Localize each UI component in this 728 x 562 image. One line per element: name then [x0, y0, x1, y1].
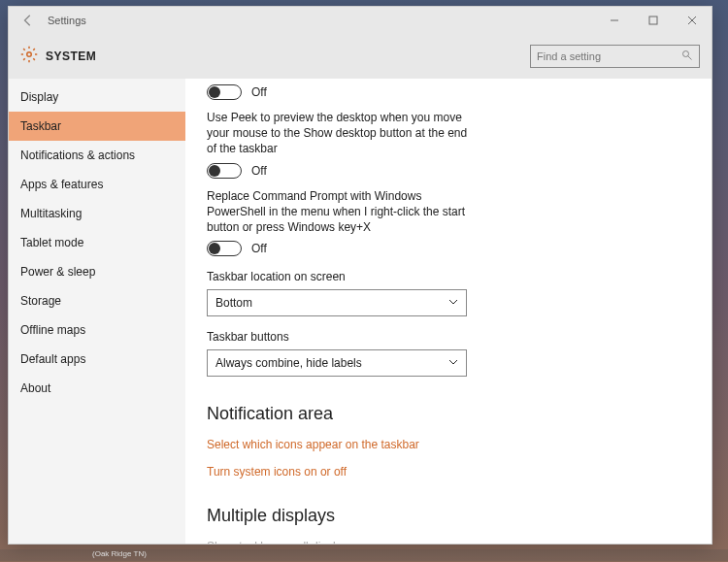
link-system-icons[interactable]: Turn system icons on or off: [207, 465, 690, 479]
settings-window: Settings SYSTEM Display Taskbar Notifica…: [8, 6, 712, 545]
multiple-displays-heading: Multiple displays: [207, 506, 690, 526]
sidebar-item-display[interactable]: Display: [9, 83, 185, 112]
close-button[interactable]: [673, 7, 711, 34]
sidebar-item-taskbar[interactable]: Taskbar: [9, 112, 185, 141]
back-button[interactable]: [15, 7, 42, 34]
sidebar: Display Taskbar Notifications & actions …: [9, 79, 185, 544]
sidebar-item-power[interactable]: Power & sleep: [9, 257, 185, 286]
svg-point-4: [27, 52, 32, 57]
desktop-taskbar-hint: (Oak Ridge TN): [0, 549, 728, 561]
page-category: SYSTEM: [46, 50, 96, 63]
show-all-displays-label: Show taskbar on all displays: [207, 540, 690, 544]
chevron-down-icon: [448, 296, 458, 310]
search-input[interactable]: [537, 50, 681, 62]
minimize-button[interactable]: [595, 7, 634, 34]
svg-rect-1: [649, 17, 657, 24]
chevron-down-icon: [448, 356, 458, 370]
svg-line-6: [688, 56, 692, 60]
toggle-powershell[interactable]: [207, 241, 242, 256]
sidebar-item-offlinemaps[interactable]: Offline maps: [9, 315, 185, 345]
sidebar-item-apps[interactable]: Apps & features: [9, 170, 185, 199]
taskbar-buttons-select[interactable]: Always combine, hide labels: [207, 349, 467, 377]
toggle-state: Off: [251, 164, 267, 178]
titlebar: Settings: [9, 7, 711, 34]
toggle-peek[interactable]: [207, 163, 242, 179]
sidebar-item-about[interactable]: About: [9, 374, 185, 403]
window-controls: [595, 7, 711, 34]
body: Display Taskbar Notifications & actions …: [9, 79, 711, 544]
link-select-icons[interactable]: Select which icons appear on the taskbar: [207, 438, 690, 451]
taskbar-location-select[interactable]: Bottom: [207, 289, 467, 316]
toggle-state: Off: [251, 242, 267, 255]
search-box[interactable]: [530, 45, 700, 68]
sidebar-item-tablet[interactable]: Tablet mode: [9, 228, 185, 257]
content-pane[interactable]: Off Use Peek to preview the desktop when…: [185, 79, 711, 544]
search-icon: [681, 48, 693, 65]
window-title: Settings: [48, 15, 86, 26]
select-value: Always combine, hide labels: [215, 356, 362, 370]
sidebar-item-notifications[interactable]: Notifications & actions: [9, 141, 185, 170]
taskbar-buttons-label: Taskbar buttons: [207, 330, 690, 344]
toggle-state: Off: [251, 85, 267, 99]
sidebar-item-defaultapps[interactable]: Default apps: [9, 345, 185, 374]
sidebar-item-storage[interactable]: Storage: [9, 286, 185, 315]
toggle-unknown-top[interactable]: [207, 84, 242, 100]
select-value: Bottom: [215, 296, 252, 310]
taskbar-location-label: Taskbar location on screen: [207, 270, 690, 283]
powershell-description: Replace Command Prompt with Windows Powe…: [207, 188, 469, 236]
peek-description: Use Peek to preview the desktop when you…: [207, 110, 469, 157]
notification-area-heading: Notification area: [207, 404, 690, 424]
gear-icon: [20, 46, 38, 67]
maximize-button[interactable]: [634, 7, 673, 34]
sidebar-item-multitasking[interactable]: Multitasking: [9, 199, 185, 228]
header: SYSTEM: [9, 34, 711, 79]
svg-point-5: [683, 51, 689, 57]
